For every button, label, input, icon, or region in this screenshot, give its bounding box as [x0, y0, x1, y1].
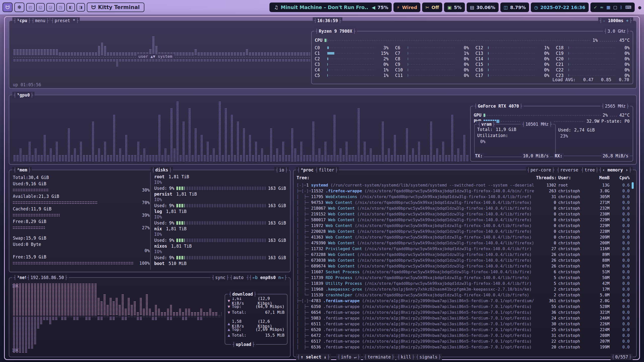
scrollbar-thumb[interactable] — [632, 182, 634, 189]
process-row[interactable]: │ ├─ 11732 Privileged Cont (/nix/store/f… — [297, 246, 630, 252]
header-tree[interactable]: Tree: — [297, 175, 534, 180]
per-core-toggle[interactable]: per-core — [526, 167, 556, 173]
process-row[interactable]: │ ├─ 6654 .ferdium-wrappe (/nix/store/a1… — [297, 309, 630, 315]
process-row[interactable]: [-]─1 systemd (/run/current-system/syste… — [297, 182, 630, 188]
process-row[interactable]: │ ├─ 6472 .ferdium-wrappe (/nix/store/a1… — [297, 333, 630, 338]
process-row[interactable]: │ ├─ 219152 Web Content (/nix/store/fqad… — [297, 211, 630, 217]
tray-signal-icon[interactable]: ≈ — [600, 5, 603, 10]
process-scrollbar[interactable] — [632, 182, 634, 351]
media-player-widget[interactable]: ♫ Minuit Machine – Don't Run Fro... — [269, 3, 375, 12]
workspace-button-6[interactable]: ◨ — [76, 3, 85, 12]
interval-minus-button[interactable]: - — [603, 18, 605, 23]
disk-io-label: IO% — [154, 232, 286, 237]
module-idle-inhibitor[interactable]: ✂Off — [422, 3, 442, 12]
signals-button[interactable]: signals — [415, 354, 442, 360]
process-row[interactable]: │ ├─ 6350 .ferdium-wrappe (/nix/store/a1… — [297, 304, 630, 309]
workspace-button-1[interactable]: ◰ — [26, 3, 35, 12]
process-row[interactable]: │ ├─ 689674 Web Content (/nix/store/fqad… — [297, 263, 630, 269]
process-row[interactable]: │ ├─ 11968 .keepassxc-prox (/nix/store/b… — [297, 286, 630, 292]
process-row[interactable]: │ ├─ 11839 Utility Process (/nix/store/f… — [297, 281, 630, 286]
download-arrow-icon: ▼ — [228, 304, 230, 309]
process-row[interactable]: │ ├─ 218067 Web Content (/nix/store/fqad… — [297, 205, 630, 211]
vram-utilization-label: Utilization: — [477, 132, 508, 139]
workspace-button-2[interactable]: ◱ — [36, 3, 45, 12]
process-row[interactable]: │ ├─ 5983 .ferdium-wrappe (/nix/store/a1… — [297, 315, 630, 321]
workspace-button-5[interactable]: ◧ — [66, 3, 75, 12]
module-network[interactable]: ⚡Wired — [393, 3, 421, 12]
iface-next-button[interactable]: n→ — [278, 275, 283, 280]
nix-menu-button[interactable]: ❄ — [14, 3, 24, 12]
active-window-title[interactable]: ᗢ Kitty Terminal — [87, 3, 144, 12]
vram-title: vram — [477, 121, 496, 127]
tx-value: 10,0 MiB/s — [522, 153, 550, 159]
module-disk-text: 8.79% — [510, 5, 526, 10]
net-rate-row: ▲Total:15,5 MiB — [228, 332, 285, 338]
tree-toggle[interactable]: tree — [580, 167, 599, 173]
filter-button[interactable]: filter — [314, 167, 339, 173]
kill-button[interactable]: kill — [396, 354, 416, 360]
module-cpu[interactable]: ▣5% — [444, 3, 465, 12]
process-row[interactable]: │ ├─ 6520 .ferdium-wrappe (/nix/store/a1… — [297, 327, 630, 333]
info-button[interactable]: info ↵ — [336, 354, 361, 360]
module-disk[interactable]: ◫8.79% — [500, 3, 529, 12]
process-row[interactable]: │ ├─ 673288 Web Content (/nix/store/fqad… — [297, 252, 630, 257]
process-row[interactable]: │ ├─ 6536 .ferdium-wrappe (/nix/store/a1… — [297, 344, 630, 350]
process-row[interactable]: │ ├─ 11795 WebExtensions (/nix/store/fqa… — [297, 194, 630, 200]
update-interval-control[interactable]: - 1000ms + — [598, 17, 633, 24]
process-row[interactable]: │ ├─ 6517 .ferdium-wrappe (/nix/store/a1… — [297, 338, 630, 344]
process-row[interactable]: │ ├─ 11739 RDD Process (/nix/store/fqadd… — [297, 275, 630, 281]
tray-clipboard-icon[interactable]: ▢ — [613, 5, 617, 10]
process-row[interactable]: │ ├─ 11972 Web Content (/nix/store/fqadd… — [297, 223, 630, 229]
disks-io-button[interactable]: io — [274, 167, 289, 173]
cpu-core-C0: C03% — [315, 45, 389, 51]
load-15min: 0.70 — [619, 77, 629, 82]
terminate-button[interactable]: terminate — [363, 354, 395, 360]
process-row[interactable]: │ ├─ 580017 Web Content (/nix/store/fqad… — [297, 217, 630, 223]
module-clock[interactable]: ◷2025-07-22 16:36 — [531, 3, 588, 12]
process-row[interactable]: │ ├─ 11607 Socket Process (/nix/store/fq… — [297, 269, 630, 275]
cpu-frequency: 3.0 GHz — [603, 28, 630, 34]
net-interface-switcher[interactable]: ←b enp8s0 n→ — [248, 274, 288, 281]
menu-button[interactable]: menu — [30, 17, 50, 24]
tray-bluetooth-icon[interactable]: ᛒ — [620, 5, 622, 10]
process-row[interactable]: │ └─ 11539 crashhelper (/nix/store/fqadd… — [297, 292, 630, 298]
process-row[interactable]: │ ├─ 479390 Web Content (/nix/store/fqad… — [297, 240, 630, 246]
module-volume[interactable]: ◀75% — [369, 3, 392, 12]
module-memory[interactable]: ▤30.06% — [467, 3, 499, 12]
download-arrow-icon: ▼ — [228, 298, 230, 303]
process-row[interactable]: │ ├─ 673038 Web Content (/nix/store/fqad… — [297, 257, 630, 263]
process-table-header: Tree: Threads: User: MemB Cpu% — [297, 175, 630, 180]
header-user[interactable]: User: — [558, 175, 586, 180]
iface-prev-button[interactable]: ←b — [253, 275, 258, 280]
header-threads[interactable]: Threads: — [536, 175, 556, 180]
tray-status-check-icon[interactable]: ✓ — [594, 5, 597, 10]
header-cpu[interactable]: Cpu% — [612, 175, 630, 180]
tray-keyboard-icon[interactable]: ⌨ — [625, 5, 631, 10]
cpu-core-C13: C130% — [475, 51, 549, 56]
mem-row: Available:21,3 GiB — [13, 193, 150, 199]
net-sync-button[interactable]: sync — [211, 274, 230, 281]
sort-column-selector[interactable]: ‹ memory › — [598, 167, 633, 173]
workspace-button-3[interactable]: ◲ — [46, 3, 55, 12]
nix-snowflake-icon: ❄ — [17, 4, 22, 10]
process-row[interactable]: ├─[-]─11532 .firefox-wrappe (/nix/store/… — [297, 188, 630, 194]
reverse-toggle[interactable]: reverse — [556, 167, 583, 173]
preset-button[interactable]: preset * — [50, 17, 80, 24]
header-memb[interactable]: MemB — [588, 175, 610, 180]
mem-meter-row: 100% — [13, 260, 150, 266]
process-row[interactable]: │ ├─ 41363 Web Content (/nix/store/fqadd… — [297, 234, 630, 240]
music-note-icon: ♫ — [274, 5, 278, 10]
module-volume-icon: ◀ — [372, 5, 375, 10]
tray-display-icon[interactable]: ▦ — [606, 5, 610, 10]
bell-icon[interactable]: ● — [638, 5, 641, 10]
process-row[interactable]: │ ├─ 6511 .ferdium-wrappe (/nix/store/a1… — [297, 321, 630, 327]
interval-plus-button[interactable]: + — [626, 18, 629, 23]
workspace-button-4[interactable]: ◳ — [56, 3, 65, 12]
process-row[interactable]: ├─[-]─4783 .ferdium-wrappe (/nix/store/a… — [297, 298, 630, 304]
process-row[interactable]: │ ├─ 94753 Web Content (/nix/store/fqadd… — [297, 200, 630, 205]
kitty-launcher-button[interactable]: ᗢ — [3, 3, 13, 12]
process-row[interactable]: │ ├─ 220028 Web Content (/nix/store/fqad… — [297, 229, 630, 234]
cpu-core-C19: C190% — [556, 51, 630, 56]
select-keys-hint[interactable]: ↑ select ↓ — [296, 354, 331, 360]
net-rate-row: ▲1,58 KiB/s(12,6 Kibps) — [228, 321, 285, 327]
